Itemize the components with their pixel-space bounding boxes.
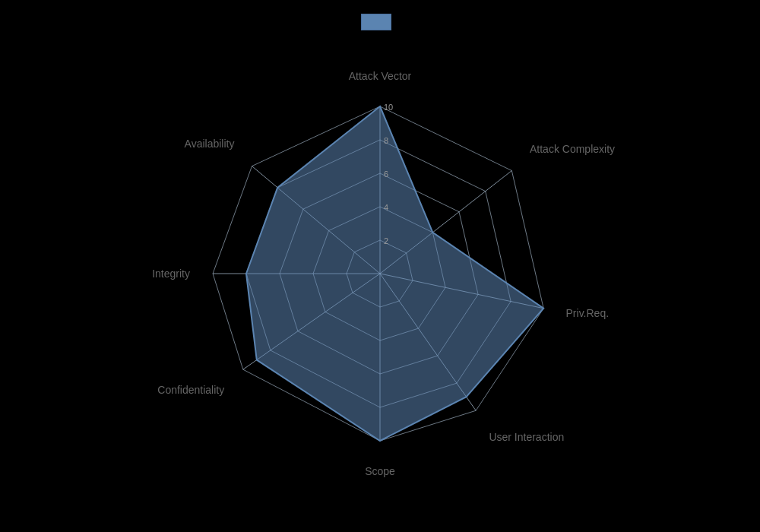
svg-text:Integrity: Integrity [152, 268, 190, 280]
svg-text:Priv.Req.: Priv.Req. [566, 307, 610, 319]
svg-text:User Interaction: User Interaction [489, 431, 564, 443]
svg-text:8: 8 [384, 136, 388, 145]
svg-text:6: 6 [384, 169, 388, 179]
svg-text:4: 4 [384, 203, 388, 212]
svg-text:Scope: Scope [365, 465, 395, 477]
radar-chart-svg: 246810Attack VectorAttack ComplexityPriv… [0, 0, 760, 532]
svg-text:Availability: Availability [185, 138, 235, 150]
svg-text:Attack Vector: Attack Vector [349, 70, 412, 82]
chart-container: 246810Attack VectorAttack ComplexityPriv… [0, 0, 760, 532]
svg-text:Confidentiality: Confidentiality [157, 384, 224, 396]
svg-marker-13 [246, 106, 543, 441]
svg-text:Attack Complexity: Attack Complexity [530, 143, 615, 155]
svg-text:10: 10 [384, 103, 393, 112]
svg-text:2: 2 [384, 236, 388, 245]
